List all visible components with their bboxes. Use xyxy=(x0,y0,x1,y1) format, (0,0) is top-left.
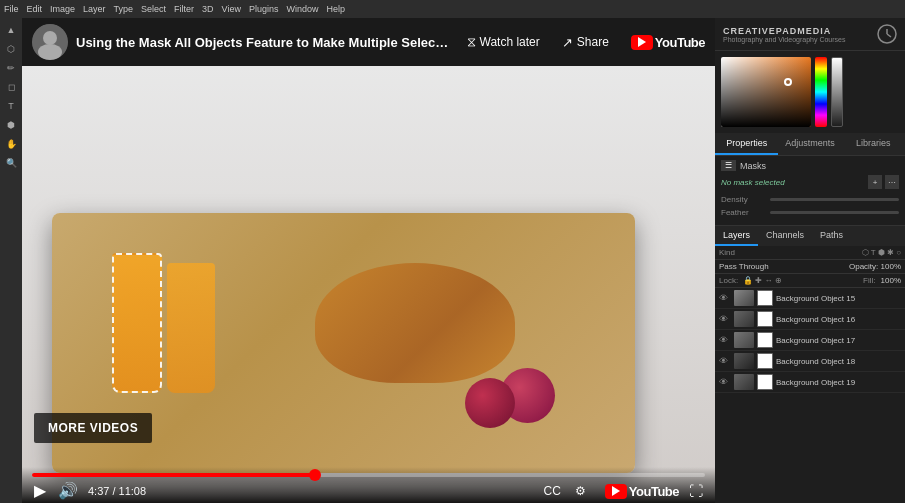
fill-label: Fill: xyxy=(863,276,875,285)
progress-bar[interactable] xyxy=(32,473,705,477)
masks-header: ☰ Masks xyxy=(721,160,899,171)
layer-mask-5 xyxy=(757,374,773,390)
tab-channels[interactable]: Channels xyxy=(758,226,812,246)
layer-mask-2 xyxy=(757,311,773,327)
menu-file[interactable]: File xyxy=(4,4,19,14)
brand-title: CREATIVEPADMEDIA xyxy=(723,26,845,36)
layer-eye-1: 👁 xyxy=(719,293,731,303)
tab-properties[interactable]: Properties xyxy=(715,133,778,155)
density-row: Density xyxy=(721,195,899,204)
tool-clone[interactable]: ◻ xyxy=(3,79,19,95)
layer-row[interactable]: 👁 Background Object 18 xyxy=(715,351,905,372)
watch-later-button[interactable]: Watch later xyxy=(459,30,548,54)
layer-row[interactable]: 👁 Background Object 17 xyxy=(715,330,905,351)
tab-libraries[interactable]: Libraries xyxy=(842,133,905,155)
tab-adjustments[interactable]: Adjustments xyxy=(778,133,841,155)
menu-select[interactable]: Select xyxy=(141,4,166,14)
masks-section: ☰ Masks No mask selected + ⋯ Density Fea… xyxy=(715,156,905,225)
layer-eye-3: 👁 xyxy=(719,335,731,345)
menu-image[interactable]: Image xyxy=(50,4,75,14)
main-content: ▲ ⬡ ✏ ◻ T ⬢ ✋ 🔍 Using the Mask All Objec… xyxy=(0,18,905,503)
progress-dot xyxy=(309,469,321,481)
layer-name-1: Background Object 15 xyxy=(776,294,901,303)
tool-select[interactable]: ▲ xyxy=(3,22,19,38)
layer-row[interactable]: 👁 Background Object 16 xyxy=(715,309,905,330)
time-display: 4:37 / 11:08 xyxy=(88,485,146,497)
layer-thumb-1 xyxy=(734,290,754,306)
glass-right xyxy=(167,263,215,393)
channel-avatar xyxy=(32,24,68,60)
video-frame[interactable]: MORE VIDEOS ▶ 🔊 4:37 / 11:08 CC ⚙ xyxy=(22,66,715,503)
filter-icons: ⬡ T ⬢ ✱ ○ xyxy=(862,248,901,257)
menu-edit[interactable]: Edit xyxy=(27,4,43,14)
layer-thumb-4 xyxy=(734,353,754,369)
opacity-label: Opacity: xyxy=(849,262,878,271)
more-videos-button[interactable]: MORE VIDEOS xyxy=(34,413,152,443)
density-slider[interactable] xyxy=(770,198,899,201)
tool-zoom[interactable]: 🔍 xyxy=(3,155,19,171)
plum-2 xyxy=(465,378,515,428)
tool-hand[interactable]: ✋ xyxy=(3,136,19,152)
menu-layer[interactable]: Layer xyxy=(83,4,106,14)
menu-help[interactable]: Help xyxy=(327,4,346,14)
settings-button[interactable]: ⚙ xyxy=(572,484,589,498)
tool-shape[interactable]: ⬢ xyxy=(3,117,19,133)
tool-text[interactable]: T xyxy=(3,98,19,114)
tab-paths[interactable]: Paths xyxy=(812,226,851,246)
menu-view[interactable]: View xyxy=(222,4,241,14)
tab-layers[interactable]: Layers xyxy=(715,226,758,246)
layer-thumb-5 xyxy=(734,374,754,390)
menu-window[interactable]: Window xyxy=(287,4,319,14)
feather-slider[interactable] xyxy=(770,211,899,214)
youtube-text: YouTube xyxy=(655,35,705,50)
yt-logo-controls: YouTube xyxy=(605,484,679,499)
tool-brush[interactable]: ✏ xyxy=(3,60,19,76)
layer-mask-4 xyxy=(757,353,773,369)
yt-text-controls: YouTube xyxy=(629,484,679,499)
kind-label: Kind xyxy=(719,248,735,257)
right-panel: CREATIVEPADMEDIA Photography and Videogr… xyxy=(715,18,905,503)
video-container: Using the Mask All Objects Feature to Ma… xyxy=(22,18,715,503)
layers-panel: Layers Channels Paths Kind ⬡ T ⬢ ✱ ○ Pas… xyxy=(715,225,905,503)
fill-value: 100% xyxy=(881,276,901,285)
youtube-icon xyxy=(631,35,653,50)
layer-name-4: Background Object 18 xyxy=(776,357,901,366)
lock-label: Lock: xyxy=(719,276,738,285)
layer-name-5: Background Object 19 xyxy=(776,378,901,387)
layer-eye-4: 👁 xyxy=(719,356,731,366)
color-gradient[interactable] xyxy=(721,57,811,127)
layers-header: Layers Channels Paths xyxy=(715,226,905,246)
density-label: Density xyxy=(721,195,766,204)
header-actions: Watch later Share YouTube xyxy=(459,30,705,54)
play-button[interactable]: ▶ xyxy=(32,483,48,499)
layer-mask-3 xyxy=(757,332,773,348)
color-alpha[interactable] xyxy=(831,57,843,127)
menu-3d[interactable]: 3D xyxy=(202,4,214,14)
left-toolbar: ▲ ⬡ ✏ ◻ T ⬢ ✋ 🔍 xyxy=(0,18,22,503)
mask-options-button[interactable]: ⋯ xyxy=(885,175,899,189)
layer-row[interactable]: 👁 Background Object 15 xyxy=(715,288,905,309)
masks-icon: ☰ xyxy=(721,160,736,171)
layer-thumb-3 xyxy=(734,332,754,348)
menu-filter[interactable]: Filter xyxy=(174,4,194,14)
fullscreen-button[interactable]: ⛶ xyxy=(687,483,705,499)
layer-mask-1 xyxy=(757,290,773,306)
menu-type[interactable]: Type xyxy=(114,4,134,14)
menu-plugins[interactable]: Plugins xyxy=(249,4,279,14)
brand-clock-icon xyxy=(877,24,897,44)
layer-eye-2: 👁 xyxy=(719,314,731,324)
layer-name-3: Background Object 17 xyxy=(776,336,901,345)
video-title: Using the Mask All Objects Feature to Ma… xyxy=(76,35,451,50)
volume-button[interactable]: 🔊 xyxy=(56,483,80,499)
tool-crop[interactable]: ⬡ xyxy=(3,41,19,57)
mask-add-button[interactable]: + xyxy=(868,175,882,189)
feather-row: Feather xyxy=(721,208,899,217)
share-button[interactable]: Share xyxy=(554,31,617,54)
mask-selected-label: No mask selected xyxy=(721,178,785,187)
layers-toolbar: Kind ⬡ T ⬢ ✱ ○ xyxy=(715,246,905,260)
layer-row[interactable]: 👁 Background Object 19 xyxy=(715,372,905,393)
progress-filled xyxy=(32,473,315,477)
color-spectrum[interactable] xyxy=(815,57,827,127)
color-picker-area xyxy=(715,51,905,133)
cc-button[interactable]: CC xyxy=(540,484,563,498)
